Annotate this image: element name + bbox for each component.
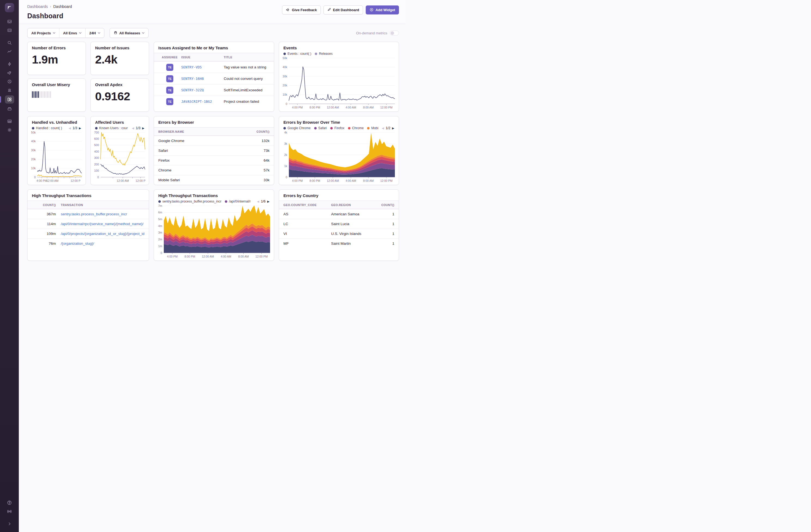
- widget-errors-by-browser-over-time[interactable]: Errors by Browser Over Time Google Chrom…: [279, 116, 399, 185]
- transaction-link[interactable]: sentry.tasks.process_buffer.process_incr: [61, 212, 127, 216]
- svg-text:8:00 PM: 8:00 PM: [309, 179, 320, 182]
- widget-errors-by-country[interactable]: Errors by Country GEO.COUNTRY_CODEGEO.RE…: [279, 189, 399, 261]
- releases-filter-group: All Releases: [109, 28, 149, 38]
- sidebar-item-performance[interactable]: [5, 61, 14, 67]
- svg-text:8:00 PM: 8:00 PM: [309, 106, 320, 109]
- legend-dot-icon: [348, 127, 350, 130]
- svg-text:40k: 40k: [31, 139, 36, 143]
- table-cell: 132k: [245, 139, 270, 143]
- sidebar-item-metrics[interactable]: [5, 48, 14, 55]
- sidebar-item-issues[interactable]: [5, 18, 14, 25]
- legend-item[interactable]: Firefox: [330, 126, 345, 130]
- next-page-icon[interactable]: ▶: [392, 126, 394, 130]
- table-row: Google Chrome132k: [154, 136, 274, 146]
- svg-text:4:00 AM: 4:00 AM: [221, 255, 231, 258]
- apdex-value: 0.9162: [91, 87, 149, 103]
- prev-page-icon[interactable]: ◀: [132, 126, 134, 130]
- date-range-filter[interactable]: 24H: [86, 28, 104, 37]
- widget-title: Events: [279, 42, 399, 50]
- legend-item[interactable]: /api/0/internal/r: [225, 199, 250, 203]
- errors-by-browser-table: BROWSER.NAMECOUNT()Google Chrome132kSafa…: [154, 127, 274, 185]
- table-row: 76m/{organization_slug}/: [28, 239, 149, 248]
- sidebar-item-feedback[interactable]: [5, 69, 14, 76]
- prev-page-icon[interactable]: ◀: [257, 200, 259, 203]
- ondemand-metrics-label: On-demand metrics: [356, 31, 387, 35]
- table-cell: AS: [284, 212, 331, 216]
- issue-link[interactable]: JAVASCRIPT-1BG2: [181, 100, 212, 104]
- widget-number-of-errors[interactable]: Number of Errors 1.9m: [27, 42, 86, 75]
- next-page-icon[interactable]: ▶: [79, 126, 81, 130]
- sidebar-item-search[interactable]: [5, 39, 14, 46]
- issue-link[interactable]: SENTRY-32ZQ: [181, 88, 204, 92]
- widget-overall-user-misery[interactable]: Overall User Misery: [27, 78, 86, 112]
- widget-number-of-issues[interactable]: Number of Issues 2.4k: [91, 42, 149, 75]
- table-row: TESENTRY-VD5Tag value was not a string: [154, 61, 274, 73]
- widget-overall-apdex[interactable]: Overall Apdex 0.9162: [91, 78, 149, 112]
- legend-item[interactable]: Google Chrome: [284, 126, 311, 130]
- prev-page-icon[interactable]: ◀: [382, 126, 384, 130]
- edit-dashboard-button[interactable]: Edit Dashboard: [323, 5, 363, 14]
- sidebar-item-dashboards[interactable]: [5, 95, 14, 104]
- widget-high-throughput-chart[interactable]: High Throughput Transactions sentry.task…: [154, 189, 274, 261]
- table-cell: 76m: [32, 242, 56, 246]
- widget-events[interactable]: Events Events : count( )Releases 010k20k…: [279, 42, 399, 112]
- releases-filter[interactable]: All Releases: [110, 28, 149, 37]
- sidebar-item-replays[interactable]: [5, 78, 14, 85]
- table-row: 109m/api/0/projects/{organization_id_or_…: [28, 229, 149, 239]
- svg-text:10k: 10k: [31, 167, 36, 170]
- legend-item[interactable]: Releases: [315, 52, 333, 56]
- transaction-link[interactable]: /api/0/internal/rpc/{service_name}/{meth…: [61, 222, 143, 226]
- table-row: Safari73k: [154, 146, 274, 155]
- legend-dot-icon: [32, 127, 34, 130]
- breadcrumb-dashboards[interactable]: Dashboards: [27, 4, 48, 9]
- widget-affected-users[interactable]: Affected Users Known Users : cour ◀1/3▶ …: [91, 116, 149, 185]
- table-cell: 1: [375, 212, 394, 216]
- widget-errors-by-browser[interactable]: Errors by Browser BROWSER.NAMECOUNT()Goo…: [154, 116, 274, 185]
- column-header: ASSIGNEE: [158, 56, 181, 59]
- legend-dot-icon: [284, 52, 286, 55]
- column-header: GEO.REGION: [331, 203, 375, 207]
- svg-text:4k: 4k: [284, 131, 288, 134]
- prev-page-icon[interactable]: ◀: [69, 126, 71, 130]
- errors-value: 1.9m: [28, 50, 86, 66]
- legend-item[interactable]: Safari: [314, 126, 327, 130]
- svg-text:12:00 AM: 12:00 AM: [117, 179, 128, 182]
- transaction-link[interactable]: /api/0/projects/{organization_id_or_slug…: [61, 232, 144, 236]
- assignee-avatar[interactable]: TE: [166, 98, 173, 105]
- legend-item[interactable]: Mobile S: [367, 126, 378, 130]
- ondemand-metrics-toggle[interactable]: [390, 31, 399, 35]
- legend-item[interactable]: Handled : count( ): [32, 126, 62, 130]
- next-page-icon[interactable]: ▶: [267, 200, 270, 203]
- sidebar-item-settings[interactable]: [5, 126, 14, 134]
- handled-chart: 010k20k30k40k50k4:00 PM12:00 AM12:00 P: [28, 131, 84, 184]
- issue-link[interactable]: SENTRY-16H8: [181, 77, 204, 81]
- add-widget-button[interactable]: Add Widget: [366, 5, 399, 14]
- project-filter[interactable]: All Projects: [28, 28, 59, 37]
- assignee-avatar[interactable]: TE: [166, 64, 173, 71]
- legend-item[interactable]: Events : count( ): [284, 52, 311, 56]
- legend-item[interactable]: Known Users : cour: [95, 126, 128, 130]
- assignee-avatar[interactable]: TE: [166, 75, 173, 82]
- environment-filter[interactable]: All Envs: [59, 28, 86, 37]
- give-feedback-button[interactable]: Give Feedback: [282, 5, 321, 14]
- sidebar-item-projects[interactable]: [5, 27, 14, 34]
- sentry-logo[interactable]: [5, 3, 14, 12]
- issue-link[interactable]: SENTRY-VD5: [181, 65, 202, 69]
- table-cell: Saint Martin: [331, 242, 375, 246]
- legend-item[interactable]: sentry.tasks.process_buffer.process_incr: [158, 199, 221, 203]
- sidebar-item-stats[interactable]: [5, 118, 14, 125]
- svg-text:12:00 P: 12:00 P: [71, 179, 80, 182]
- legend-item[interactable]: Chrome: [348, 126, 364, 130]
- transaction-link[interactable]: /{organization_slug}/: [61, 242, 94, 246]
- widget-high-throughput-table[interactable]: High Throughput Transactions COUNT()TRAN…: [27, 189, 149, 261]
- next-page-icon[interactable]: ▶: [142, 126, 144, 130]
- plus-circle-icon: [369, 7, 373, 13]
- sidebar-item-alerts[interactable]: [5, 87, 14, 94]
- sidebar-item-releases[interactable]: [5, 105, 14, 112]
- svg-text:20k: 20k: [282, 84, 288, 87]
- svg-text:12:00 AM: 12:00 AM: [202, 255, 214, 258]
- assignee-avatar[interactable]: TE: [166, 87, 173, 94]
- table-row: ASAmerican Samoa1: [279, 209, 399, 219]
- widget-handled-vs-unhandled[interactable]: Handled vs. Unhandled Handled : count( )…: [27, 116, 86, 185]
- widget-issues-assigned[interactable]: Issues Assigned to Me or My Teams ASSIGN…: [154, 42, 274, 112]
